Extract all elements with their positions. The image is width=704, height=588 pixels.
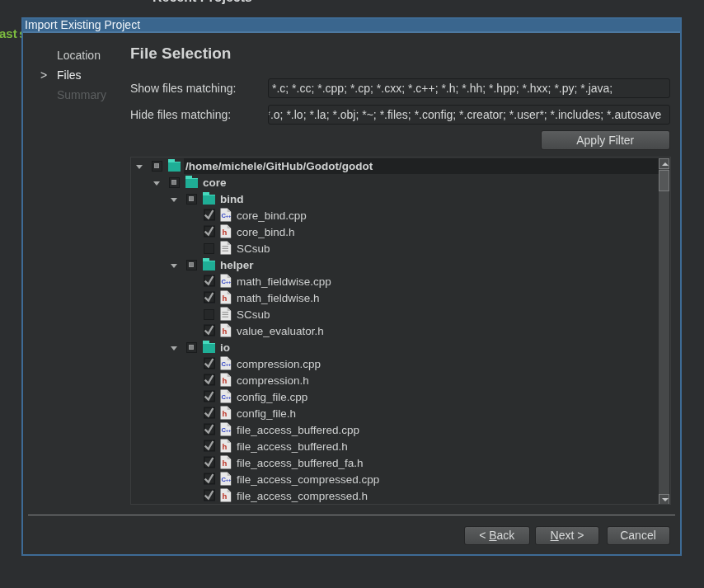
svg-text:h: h [222, 409, 227, 418]
svg-text:++: ++ [225, 214, 231, 219]
svg-text:h: h [222, 228, 227, 237]
svg-text:++: ++ [225, 477, 231, 482]
svg-text:h: h [222, 294, 227, 303]
svg-text:h: h [222, 327, 227, 336]
svg-text:h: h [222, 459, 227, 468]
svg-text:++: ++ [225, 362, 231, 367]
svg-text:h: h [222, 376, 227, 385]
svg-text:++: ++ [225, 280, 231, 285]
svg-text:h: h [222, 442, 227, 451]
svg-text:h: h [222, 492, 227, 501]
svg-text:++: ++ [225, 428, 231, 433]
svg-text:++: ++ [225, 395, 231, 400]
